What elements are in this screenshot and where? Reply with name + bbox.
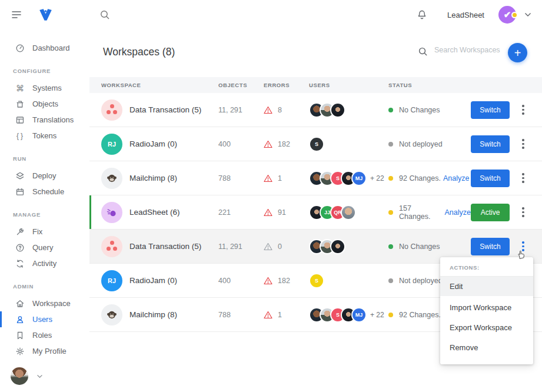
cell-errors: 182 [264,277,309,285]
sidebar-item-activity[interactable]: Activity [0,255,89,271]
cell-users: JJQR [309,205,388,220]
table-row[interactable]: Data Transaction (5)11, 2918No ChangesSw… [89,93,542,127]
cell-objects: 11, 291 [218,106,264,114]
sidebar-section-label-configure: CONFIGURE [13,68,89,74]
sidebar-item-deploy[interactable]: Deploy [0,168,89,184]
roles-icon [15,331,25,340]
sidebar-item-systems[interactable]: ⌘Systems [0,80,89,96]
status-text: 157 Changes. [399,204,443,221]
notifications-icon[interactable] [417,9,427,21]
objects-icon [15,99,25,109]
cell-objects: 221 [218,208,264,217]
sidebar-item-label: Activity [32,259,56,268]
active-workspace-indicator [89,195,91,229]
table-row[interactable]: LeadSheet (6)22191JJQR157 Changes.Analyz… [89,195,542,230]
table-row[interactable]: RJRadioJam (0)400182SNot deployedSwitch [89,127,542,161]
sidebar-item-dashboard[interactable]: Dashboard [0,40,89,56]
error-count: 0 [278,242,282,251]
row-menu-icon[interactable] [520,238,527,254]
sidebar-section-label-admin: ADMIN [13,283,89,290]
cell-errors: 182 [264,140,309,148]
cell-workspace: Data Transaction (5) [101,236,218,257]
workspace-icon [15,299,25,308]
context-menu-item-export-workspace[interactable]: Export Workspace [440,319,533,336]
workspace-search-input[interactable] [434,46,504,54]
tokens-icon: { } [15,131,25,141]
analyze-link[interactable]: Analyze [443,174,469,182]
row-menu-icon[interactable] [520,135,527,152]
user-avatar [341,205,356,220]
status-text: 92 Changes. [399,174,441,182]
switch-button[interactable]: Switch [471,170,510,187]
sidebar-item-label: Translations [32,115,74,124]
avatar-stack [309,239,345,254]
user-avatar [330,102,345,118]
menu-icon[interactable] [12,11,22,19]
schedule-icon [15,187,25,197]
context-menu-header: ACTIONS: [440,257,533,276]
warning-icon [264,208,272,217]
status-text: Not deployed [399,277,443,285]
sidebar-item-tokens[interactable]: { }Tokens [0,128,89,144]
user-avatar: S [309,137,324,152]
search-icon[interactable] [99,9,110,20]
error-count: 1 [278,311,282,319]
sidebar-item-users[interactable]: Users [0,311,89,327]
sidebar-item-workspace[interactable]: Workspace [0,295,89,311]
cell-objects: 400 [218,140,264,148]
cell-errors: 1 [264,174,309,182]
user-avatar[interactable]: ✔ [498,6,516,24]
profile-avatar[interactable] [11,367,28,385]
sidebar-item-label: Query [32,243,53,252]
sidebar-item-fix[interactable]: Fix [0,224,89,240]
fix-icon [15,227,25,237]
row-menu-icon[interactable] [520,101,527,118]
switch-button[interactable]: Switch [471,135,510,153]
active-button[interactable]: Active [471,204,510,221]
column-header-users: USERS [309,82,388,88]
table-row[interactable]: Mailchimp (8)7881SMJ+ 2292 Changes.Analy… [89,161,542,195]
sidebar-item-roles[interactable]: Roles [0,327,89,343]
row-menu-icon[interactable] [520,204,527,220]
context-menu-item-import-workspace[interactable]: Import Workspace [440,299,533,316]
workspace-icon-initials: RJ [101,270,122,291]
sidebar-item-schedule[interactable]: Schedule [0,184,89,200]
user-avatar [330,239,345,254]
row-menu-icon[interactable] [520,170,527,186]
top-bar: LeadSheet ✔ [0,0,542,29]
sidebar-item-objects[interactable]: Objects [0,96,89,112]
context-menu-item-remove[interactable]: Remove [440,339,533,356]
workspace-name: Data Transaction (5) [129,105,201,114]
workspace-search-icon[interactable] [418,46,428,57]
sidebar-profile[interactable] [11,367,43,385]
query-icon [15,243,25,253]
chevron-down-icon[interactable] [524,12,531,17]
sidebar-item-my-profile[interactable]: My Profile [0,343,89,359]
app-logo[interactable] [38,7,54,22]
activity-icon [15,259,25,268]
status-dot [388,176,393,181]
status-dot [388,313,393,317]
add-workspace-button[interactable]: + [508,43,527,62]
column-header-workspace: WORKSPACE [101,82,218,88]
status-dot [388,210,393,215]
sidebar-item-translations[interactable]: Translations [0,112,89,128]
cell-errors: 8 [264,106,309,114]
extra-users-count: + 22 [370,311,384,319]
analyze-link[interactable]: Analyze [445,208,471,217]
sidebar-item-label: Objects [32,99,58,108]
error-count: 182 [278,277,290,285]
switch-button[interactable]: Switch [471,101,510,119]
workspace-name: Mailchimp (8) [129,310,177,319]
cell-users [309,239,388,254]
switch-button[interactable]: Switch [471,238,510,255]
chevron-down-icon[interactable] [36,374,43,378]
page-title: Workspaces (8) [103,46,175,58]
cell-workspace: RJRadioJam (0) [101,134,218,155]
user-avatar: MJ [351,171,367,186]
avatar-stack: JJQR [309,205,356,220]
context-menu-item-edit[interactable]: Edit [440,277,533,296]
error-count: 1 [278,174,282,182]
sidebar-item-query[interactable]: Query [0,240,89,255]
cell-users: S [309,273,388,288]
